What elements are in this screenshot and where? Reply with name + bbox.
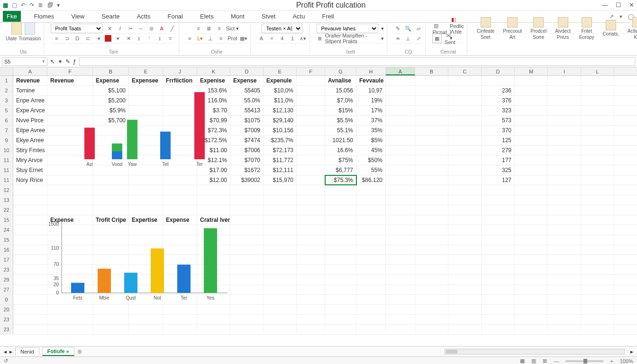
cell[interactable] xyxy=(548,86,581,95)
cell[interactable] xyxy=(325,315,356,324)
cell[interactable] xyxy=(325,305,356,314)
cell[interactable] xyxy=(482,76,515,85)
cell[interactable] xyxy=(581,146,614,155)
cell[interactable] xyxy=(297,325,325,334)
cell[interactable]: $7474 xyxy=(230,136,264,145)
cell[interactable] xyxy=(356,225,386,235)
cell[interactable] xyxy=(230,285,264,294)
cell[interactable] xyxy=(47,86,93,95)
cell[interactable] xyxy=(297,305,325,314)
cell[interactable] xyxy=(264,245,297,255)
select-all-corner[interactable] xyxy=(0,67,13,75)
cell[interactable] xyxy=(482,285,515,294)
cell[interactable]: $5.9% xyxy=(93,106,129,115)
cell[interactable] xyxy=(129,325,163,334)
cell[interactable] xyxy=(264,225,297,235)
cell[interactable] xyxy=(13,195,47,205)
ribbon-bigbtn-aivdect[interactable]: AivdectPrezs xyxy=(552,16,573,41)
cell[interactable] xyxy=(515,195,548,205)
cell[interactable]: 370 xyxy=(482,126,515,135)
cell[interactable] xyxy=(448,76,482,85)
zoom-out-icon[interactable]: — xyxy=(554,358,559,364)
cell[interactable] xyxy=(581,175,614,185)
cell[interactable] xyxy=(581,265,614,274)
cell[interactable] xyxy=(482,205,515,215)
layout-icon[interactable]: ▦ xyxy=(432,34,442,43)
cell[interactable] xyxy=(415,106,448,115)
merge-icon[interactable]: ⊥ xyxy=(207,35,214,42)
cell[interactable]: $72.3% xyxy=(197,126,230,135)
cell[interactable] xyxy=(548,76,581,85)
cell[interactable] xyxy=(548,275,581,284)
cell[interactable] xyxy=(548,155,581,165)
cell[interactable] xyxy=(386,96,415,105)
cell[interactable] xyxy=(415,116,448,125)
cell[interactable]: 376 xyxy=(482,96,515,105)
cell[interactable] xyxy=(448,146,482,155)
cell[interactable] xyxy=(415,305,448,314)
cell[interactable] xyxy=(386,305,415,314)
cell[interactable]: $12,111 xyxy=(264,165,297,175)
cell[interactable]: Expenule xyxy=(264,76,297,85)
cell[interactable] xyxy=(548,126,581,135)
sup-icon[interactable]: ᴵ xyxy=(146,35,153,42)
cell[interactable] xyxy=(163,325,197,334)
row-header[interactable]: 23 xyxy=(0,325,13,334)
cell[interactable] xyxy=(548,136,581,145)
cell[interactable] xyxy=(129,165,163,175)
cell[interactable]: $12.1% xyxy=(197,155,230,165)
cell[interactable]: 35% xyxy=(356,126,386,135)
cell[interactable] xyxy=(230,255,264,264)
cell[interactable] xyxy=(415,205,448,215)
cell[interactable] xyxy=(386,265,415,274)
cell[interactable] xyxy=(548,225,581,235)
cell[interactable]: Enpe Arree xyxy=(13,96,47,105)
col-header-9[interactable]: G xyxy=(325,67,356,75)
cell[interactable] xyxy=(13,325,47,334)
cell[interactable] xyxy=(548,175,581,185)
cell[interactable]: 10,97 xyxy=(356,86,386,95)
cell[interactable] xyxy=(548,305,581,314)
cell[interactable] xyxy=(297,245,325,255)
cell[interactable] xyxy=(129,155,163,165)
cell[interactable] xyxy=(448,175,482,185)
col-header-2[interactable]: B xyxy=(93,67,129,75)
cell[interactable] xyxy=(415,315,448,324)
menu-tab-mont[interactable]: Mont xyxy=(227,11,248,22)
cell[interactable] xyxy=(386,215,415,225)
cell[interactable] xyxy=(13,205,47,215)
cell[interactable] xyxy=(548,265,581,274)
cell[interactable] xyxy=(415,215,448,225)
cell[interactable] xyxy=(415,96,448,105)
paste-icon[interactable] xyxy=(11,22,22,35)
cell[interactable] xyxy=(356,185,386,195)
cell[interactable] xyxy=(129,136,163,145)
cell[interactable]: $29,140 xyxy=(264,116,297,125)
cell[interactable] xyxy=(581,325,614,334)
cell[interactable] xyxy=(448,325,482,334)
cell[interactable] xyxy=(230,205,264,215)
cell[interactable] xyxy=(581,245,614,255)
cell[interactable] xyxy=(264,285,297,294)
menu-tab-flomes[interactable]: Flomes xyxy=(30,11,58,22)
maximize-icon[interactable]: ☐ xyxy=(616,1,621,9)
row-header[interactable]: 5 xyxy=(0,106,13,115)
cell[interactable]: Tornine xyxy=(13,86,47,95)
cell[interactable] xyxy=(264,315,297,324)
copy-icon[interactable] xyxy=(25,22,35,35)
cell[interactable] xyxy=(515,205,548,215)
cell[interactable] xyxy=(197,325,230,334)
cell[interactable] xyxy=(13,315,47,324)
cell[interactable] xyxy=(548,215,581,225)
sort-desc-icon[interactable]: ⊥ xyxy=(404,35,412,42)
row-header[interactable]: 11 xyxy=(0,155,13,165)
cell[interactable] xyxy=(415,175,448,185)
shrink-font-icon[interactable]: × xyxy=(268,35,275,42)
cell[interactable]: $7,0% xyxy=(325,96,356,105)
cell[interactable]: 236 xyxy=(482,86,515,95)
cell[interactable] xyxy=(297,225,325,235)
cell[interactable] xyxy=(415,265,448,274)
cell[interactable] xyxy=(129,146,163,155)
cell[interactable] xyxy=(297,86,325,95)
col-header-8[interactable]: F xyxy=(297,67,325,75)
